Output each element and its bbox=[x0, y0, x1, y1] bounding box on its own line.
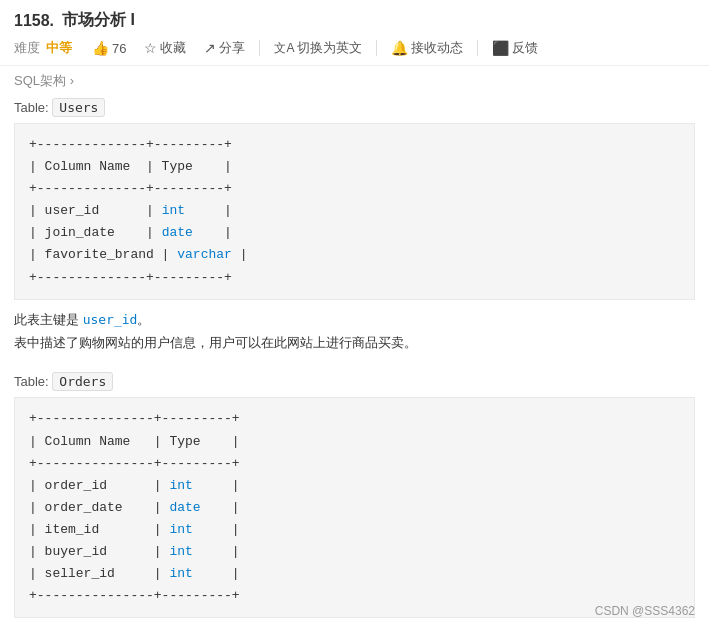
users-pk-field: user_id bbox=[83, 312, 138, 327]
difficulty-label: 难度 bbox=[14, 39, 40, 57]
lang-icon: 文A bbox=[274, 40, 294, 57]
orders-buyerid-type: int bbox=[169, 544, 192, 559]
breadcrumb[interactable]: SQL架构 › bbox=[0, 66, 709, 96]
breadcrumb-text: SQL架构 bbox=[14, 73, 66, 88]
switch-lang-label: 切换为英文 bbox=[297, 39, 362, 57]
collect-button[interactable]: ☆ 收藏 bbox=[136, 37, 194, 59]
star-icon: ☆ bbox=[144, 40, 157, 56]
orders-itemid-type: int bbox=[169, 522, 192, 537]
users-pk-text: 此表主键是 bbox=[14, 312, 83, 327]
content: Table: Users +--------------+---------+ … bbox=[0, 96, 709, 626]
title-row: 1158. 市场分析 I bbox=[14, 10, 695, 31]
feedback-icon: ⬛ bbox=[492, 40, 509, 56]
share-label: 分享 bbox=[219, 39, 245, 57]
switch-lang-button[interactable]: 文A 切换为英文 bbox=[266, 37, 370, 59]
footer-text: CSDN @SSS4362 bbox=[595, 604, 695, 618]
share-button[interactable]: ↗ 分享 bbox=[196, 37, 253, 59]
problem-title: 市场分析 I bbox=[62, 10, 135, 31]
users-table-label: Table: Users bbox=[14, 100, 695, 115]
users-brand-type: varchar bbox=[177, 247, 232, 262]
users-table-name: Users bbox=[52, 98, 105, 117]
header: 1158. 市场分析 I 难度 中等 👍 76 ☆ 收藏 ↗ 分享 文A 切换为… bbox=[0, 0, 709, 66]
page-wrapper: 1158. 市场分析 I 难度 中等 👍 76 ☆ 收藏 ↗ 分享 文A 切换为… bbox=[0, 0, 709, 626]
orders-code-block: +---------------+---------+ | Column Nam… bbox=[14, 397, 695, 618]
share-icon: ↗ bbox=[204, 40, 216, 56]
breadcrumb-arrow: › bbox=[70, 73, 74, 88]
footer: CSDN @SSS4362 bbox=[595, 604, 695, 618]
orders-table-prefix: Table: bbox=[14, 374, 52, 389]
orders-table-label: Table: Orders bbox=[14, 374, 695, 389]
users-joindate-type: date bbox=[162, 225, 193, 240]
bell-label: 接收动态 bbox=[411, 39, 463, 57]
users-pk-period: 。 bbox=[137, 312, 150, 327]
bell-icon: 🔔 bbox=[391, 40, 408, 56]
orders-sellerid-type: int bbox=[169, 566, 192, 581]
orders-table-name: Orders bbox=[52, 372, 113, 391]
difficulty-value: 中等 bbox=[46, 39, 72, 57]
toolbar: 难度 中等 👍 76 ☆ 收藏 ↗ 分享 文A 切换为英文 🔔 bbox=[14, 37, 695, 59]
feedback-button[interactable]: ⬛ 反馈 bbox=[484, 37, 546, 59]
like-button[interactable]: 👍 76 bbox=[84, 38, 134, 58]
users-desc: 此表主键是 user_id。 表中描述了购物网站的用户信息，用户可以在此网站上进… bbox=[14, 308, 695, 355]
divider3 bbox=[477, 40, 478, 56]
orders-section: Table: Orders +---------------+---------… bbox=[14, 374, 695, 626]
users-table-prefix: Table: bbox=[14, 100, 52, 115]
divider2 bbox=[376, 40, 377, 56]
problem-number: 1158. bbox=[14, 12, 54, 30]
collect-label: 收藏 bbox=[160, 39, 186, 57]
like-icon: 👍 bbox=[92, 40, 109, 56]
users-userid-type: int bbox=[162, 203, 185, 218]
orders-orderid-type: int bbox=[169, 478, 192, 493]
users-section: Table: Users +--------------+---------+ … bbox=[14, 100, 695, 354]
users-desc-text: 表中描述了购物网站的用户信息，用户可以在此网站上进行商品买卖。 bbox=[14, 335, 417, 350]
divider bbox=[259, 40, 260, 56]
feedback-label: 反馈 bbox=[512, 39, 538, 57]
orders-orderdate-type: date bbox=[169, 500, 200, 515]
like-count: 76 bbox=[112, 41, 126, 56]
users-code-block: +--------------+---------+ | Column Name… bbox=[14, 123, 695, 300]
bell-button[interactable]: 🔔 接收动态 bbox=[383, 37, 471, 59]
